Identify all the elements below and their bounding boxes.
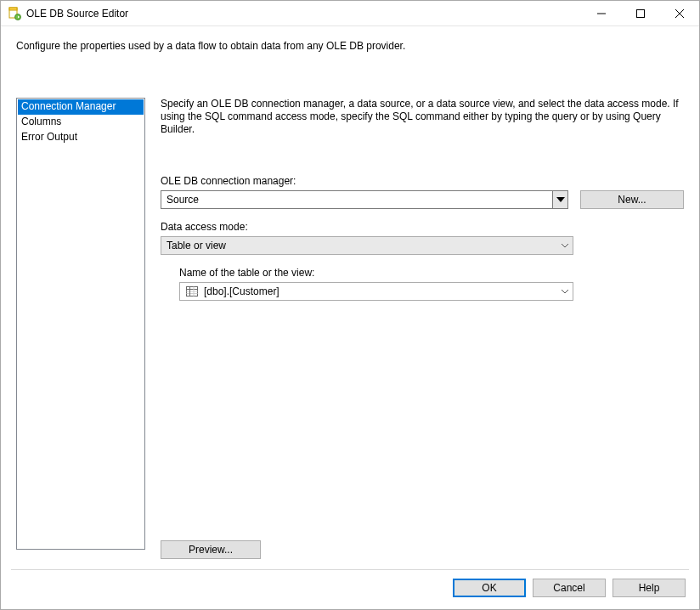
titlebar: OLE DB Source Editor — [1, 1, 699, 26]
chevron-down-icon — [557, 283, 573, 300]
window-controls — [582, 1, 699, 25]
connection-manager-dropdown[interactable]: Source — [161, 190, 568, 209]
dialog-description: Configure the properties used by a data … — [1, 26, 699, 59]
button-label: Preview... — [189, 544, 233, 556]
dialog-footer: OK Cancel Help — [1, 570, 699, 609]
table-icon — [185, 285, 199, 297]
svg-line-6 — [675, 9, 684, 18]
window-title: OLE DB Source Editor — [26, 8, 128, 20]
minimize-button[interactable] — [582, 1, 621, 25]
connection-manager-value: Source — [167, 194, 199, 206]
sidebar-item-label: Error Output — [21, 131, 77, 143]
button-label: New... — [618, 194, 646, 206]
button-label: OK — [482, 582, 496, 594]
new-connection-button[interactable]: New... — [580, 190, 684, 209]
sidebar-item-columns[interactable]: Columns — [18, 115, 144, 130]
svg-marker-7 — [556, 197, 565, 202]
data-access-mode-dropdown[interactable]: Table or view — [161, 236, 573, 255]
close-button[interactable] — [660, 1, 699, 25]
app-icon — [8, 7, 21, 20]
help-button[interactable]: Help — [612, 579, 686, 597]
data-access-mode-value: Table or view — [167, 240, 226, 251]
sidebar: Connection Manager Columns Error Output — [16, 98, 145, 550]
sidebar-item-connection-manager[interactable]: Connection Manager — [18, 99, 144, 115]
data-access-mode-label: Data access mode: — [161, 221, 684, 233]
dialog-window: OLE DB Source Editor Configure the prope… — [0, 0, 700, 610]
maximize-button[interactable] — [621, 1, 660, 25]
button-label: Cancel — [553, 582, 584, 594]
chevron-down-icon — [552, 191, 567, 208]
cancel-button[interactable]: Cancel — [533, 579, 606, 597]
svg-line-5 — [675, 9, 684, 18]
chevron-down-icon — [557, 237, 573, 254]
table-name-value: [dbo].[Customer] — [204, 285, 279, 297]
instruction-text: Specify an OLE DB connection manager, a … — [161, 98, 684, 136]
table-name-dropdown[interactable]: [dbo].[Customer] — [179, 282, 573, 301]
preview-button[interactable]: Preview... — [161, 540, 261, 559]
table-name-label: Name of the table or the view: — [179, 267, 684, 279]
sidebar-item-label: Connection Manager — [21, 100, 116, 112]
ok-button[interactable]: OK — [453, 579, 526, 597]
svg-rect-1 — [9, 8, 17, 10]
button-label: Help — [639, 582, 660, 594]
sidebar-item-error-output[interactable]: Error Output — [18, 130, 144, 145]
connection-manager-label: OLE DB connection manager: — [161, 175, 684, 187]
sidebar-item-label: Columns — [21, 116, 61, 127]
svg-rect-4 — [637, 9, 645, 17]
main-panel: Specify an OLE DB connection manager, a … — [161, 59, 684, 569]
